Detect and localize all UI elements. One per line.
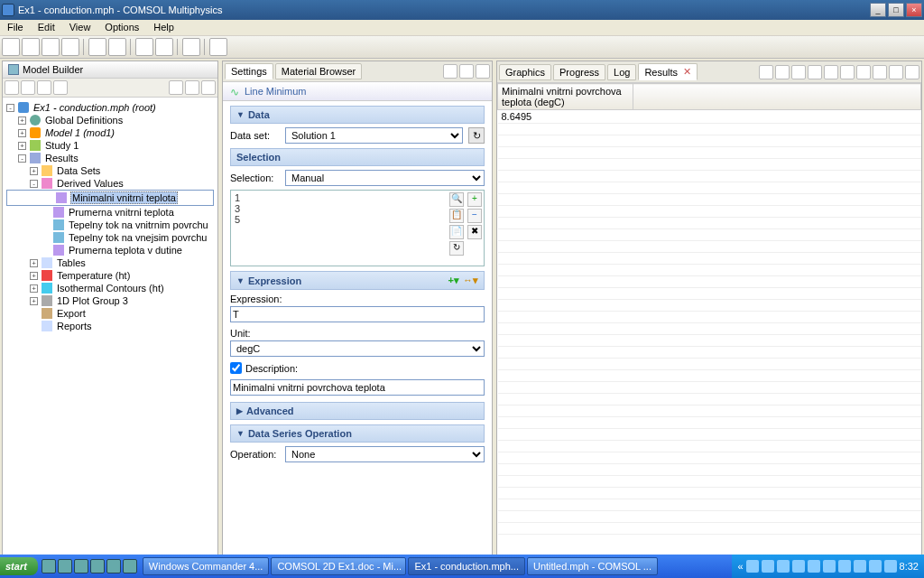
tab-graphics[interactable]: Graphics [499,64,551,80]
toolbar-btn[interactable] [209,38,227,56]
menu-help[interactable]: Help [146,20,181,35]
menu-view[interactable]: View [62,20,98,35]
ql-icon[interactable] [42,559,56,573]
tree-results[interactable]: Results [44,153,79,163]
sel-copy-button[interactable]: 📄 [449,225,464,239]
toolbar-btn[interactable] [135,38,153,56]
tree-root[interactable]: Ex1 - conduction.mph (root) [32,102,157,113]
tray-icon[interactable] [792,560,805,573]
tree-model1[interactable]: Model 1 (mod1) [44,127,116,138]
tree-tok-vnitrni[interactable]: Tepelny tok na vnitrnim povrchu [68,219,209,230]
toolbar-btn[interactable] [61,38,79,56]
close-button[interactable]: × [906,3,922,17]
results-cell[interactable]: 8.6495 [498,110,633,124]
tree-plotgroup[interactable]: 1D Plot Group 3 [56,295,129,306]
tree-tool-btn[interactable] [5,80,19,95]
tree-min-teplota[interactable]: Minimalni vnitrni teplota [70,191,178,204]
expr-add-button[interactable]: +▾ [448,275,459,286]
minimize-button[interactable]: _ [870,3,886,17]
toolbar-btn[interactable] [2,38,20,56]
ql-icon[interactable] [106,559,121,573]
toolbar-btn[interactable] [182,38,200,56]
tree-avg-dutina[interactable]: Prumerna teplota v dutine [68,245,183,256]
results-tool-btn[interactable] [856,65,871,79]
tree-tool-btn[interactable] [169,80,183,95]
tree-tool-btn[interactable] [37,80,51,95]
toolbar-btn[interactable] [108,38,126,56]
results-tool-btn[interactable] [873,65,887,79]
tree-tool-btn[interactable] [53,80,68,95]
description-input[interactable] [230,379,485,396]
tab-results[interactable]: Results✕ [638,63,698,80]
results-grid[interactable]: Minimalni vnitrni povrchova teplota (deg… [497,83,921,557]
description-checkbox[interactable] [230,362,242,374]
results-col-header[interactable]: Minimalni vnitrni povrchova teplota (deg… [498,84,633,110]
expression-input[interactable] [230,306,485,322]
ql-icon[interactable] [58,559,72,573]
section-advanced[interactable]: ▶Advanced [230,402,485,420]
tree-temperature[interactable]: Temperature (ht) [56,270,131,281]
ql-icon[interactable] [74,559,88,573]
menu-options[interactable]: Options [97,20,146,35]
results-tool-btn[interactable] [824,65,838,79]
panel-btn[interactable] [459,64,474,79]
tree-tool-btn[interactable] [185,80,199,95]
sel-paste-button[interactable]: 📋 [449,209,464,223]
tree-avg-teplota[interactable]: Prumerna vnitrni teplota [68,207,175,218]
panel-btn[interactable] [443,64,457,79]
tree-export[interactable]: Export [56,308,87,319]
task-comsol-ex1[interactable]: Ex1 - conduction.mph... [408,557,525,575]
tray-icon[interactable] [854,560,866,573]
tray-icon[interactable] [823,560,836,573]
results-tool-btn[interactable] [808,65,822,79]
tab-progress[interactable]: Progress [553,64,605,80]
tray-icon[interactable] [746,560,759,573]
tree-tables[interactable]: Tables [56,257,87,268]
tray-icon[interactable] [808,560,820,573]
section-dso[interactable]: ▼Data Series Operation [230,424,485,443]
tree-datasets[interactable]: Data Sets [56,165,101,176]
sel-add-button[interactable]: + [467,192,482,207]
results-tool-btn[interactable] [905,65,919,79]
dataset-select[interactable]: Solution 1 [285,127,463,144]
tree-study1[interactable]: Study 1 [44,140,79,151]
model-tree[interactable]: -Ex1 - conduction.mph (root) +Global Def… [3,98,217,557]
sel-clear-button[interactable]: ✖ [467,225,482,239]
operation-select[interactable]: None [285,446,485,462]
start-button[interactable]: start [0,557,38,575]
tree-reports[interactable]: Reports [56,321,93,331]
results-tool-btn[interactable] [791,65,806,79]
dataset-goto-button[interactable]: ↻ [468,127,485,144]
tab-settings[interactable]: Settings [225,63,273,79]
tray-icon[interactable] [777,560,790,573]
tray-icon[interactable] [884,560,897,573]
task-wincmd[interactable]: Windows Commander 4... [143,557,270,575]
menu-file[interactable]: File [0,20,31,35]
results-tool-btn[interactable] [889,65,903,79]
clock[interactable]: 8:32 [900,561,919,572]
toolbar-btn[interactable] [42,38,60,56]
ql-icon[interactable] [90,559,105,573]
results-tool-btn[interactable] [840,65,855,79]
tab-log[interactable]: Log [607,64,636,80]
menu-edit[interactable]: Edit [31,20,62,35]
toolbar-btn[interactable] [22,38,40,56]
tree-tool-btn[interactable] [201,80,216,95]
maximize-button[interactable]: □ [888,3,904,17]
section-selection[interactable]: Selection [230,148,485,166]
tree-iso[interactable]: Isothermal Contours (ht) [56,283,165,294]
tray-icon[interactable] [838,560,851,573]
tray-icon[interactable] [762,560,774,573]
task-word[interactable]: COMSOL 2D Ex1.doc - Mi... [271,557,406,575]
tree-tok-vnejsi[interactable]: Tepelny tok na vnejsim povrchu [68,232,208,243]
section-data[interactable]: ▼Data [230,106,485,124]
selection-select[interactable]: Manual [285,170,485,186]
expr-replace-button[interactable]: ↔▾ [463,275,478,286]
results-tool-btn[interactable] [759,65,773,79]
selection-list[interactable]: 1 3 5 [231,191,448,266]
ql-icon[interactable] [123,559,137,573]
tree-derived[interactable]: Derived Values [56,178,125,189]
tab-material-browser[interactable]: Material Browser [275,63,363,79]
sel-remove-button[interactable]: − [467,209,482,223]
panel-btn[interactable] [476,64,490,79]
